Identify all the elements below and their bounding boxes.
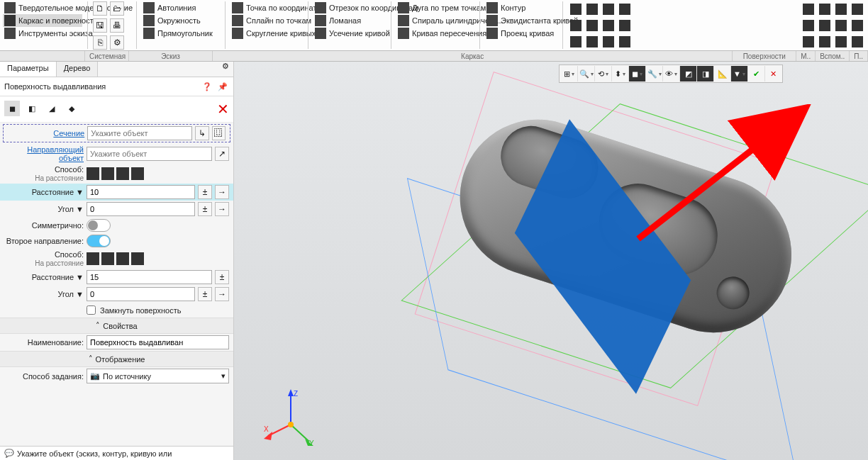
method2-2[interactable] [101,252,114,265]
section-sketch-icon[interactable]: ⿶ [212,126,226,140]
surface-tool-11[interactable] [601,34,616,50]
nav-wireframe-surfaces[interactable]: Каркас и поверхности [3,14,82,27]
open-file-icon[interactable]: 🗁 [110,1,124,16]
footer-sketch[interactable]: Эскиз [129,51,213,61]
method2-4[interactable] [131,252,144,265]
method-3[interactable] [116,167,129,180]
aux-tool-2[interactable] [817,1,833,17]
close-surface-checkbox[interactable] [87,305,96,315]
close-feature-icon[interactable]: ✕ [217,101,229,118]
footer-m[interactable]: М.. [796,51,816,61]
view-eye-icon[interactable]: 👁 [662,66,679,82]
footer-aux[interactable]: Вспом.. [816,51,850,61]
guide-pick-icon[interactable]: ↗ [215,147,229,161]
symmetric-toggle[interactable] [87,219,111,232]
guide-input[interactable] [87,147,212,161]
tool-offset-curve[interactable]: Эквидистанта кривой [485,14,557,27]
view-section-icon[interactable]: ◨ [696,66,713,82]
distance-input[interactable] [87,185,195,199]
tool-segment-coord[interactable]: Отрезок по координатам [313,1,386,14]
tool-intersection-curve[interactable]: Кривая пересечения [396,27,474,40]
display-mode-select[interactable]: 📷 По источнику ▾ [87,369,229,383]
angle-input[interactable] [87,202,195,216]
view-zoom-icon[interactable]: 🔍 [577,66,594,82]
footer-p[interactable]: П.. [850,51,868,61]
guide-link[interactable]: Направляющий объект [27,145,84,162]
footer-system[interactable]: Системная [85,51,129,61]
result-mode-3[interactable]: ◢ [44,101,60,116]
section-select-icon[interactable]: ↳ [195,126,208,140]
surface-tool-6[interactable] [584,18,600,33]
method2-3[interactable] [116,252,129,265]
view-persp-icon[interactable]: ◩ [679,66,696,82]
tool-project-curve[interactable]: Проекц кривая [485,27,557,40]
view-measure-icon[interactable]: 📐 [713,66,730,82]
tool-contour[interactable]: Контур [485,1,557,14]
aux-tool-4[interactable] [850,1,865,17]
tool-polyline[interactable]: Ломаная [313,14,386,27]
surface-tool-7[interactable] [601,18,616,33]
tool-spline-points[interactable]: Сплайн по точкам [230,14,303,27]
result-mode-1[interactable]: ◼ [4,101,20,116]
section-link[interactable]: Сечение [53,129,84,138]
surface-tool-9[interactable] [568,34,584,50]
method-1[interactable] [87,167,99,180]
tool-point-coords[interactable]: Точка по координатам [230,1,303,14]
section-display[interactable]: ˄Отображение [0,351,233,367]
view-filter-icon[interactable]: ▼ [730,66,747,82]
tool-fillet-curves[interactable]: Скругление кривых [230,27,303,40]
tab-parameters[interactable]: Параметры [0,62,57,77]
pin-icon[interactable]: 📌 [216,80,229,93]
surface-tool-5[interactable] [568,18,584,33]
section-input[interactable] [87,126,192,140]
save-file-icon[interactable]: 🖫 [93,18,107,33]
second-direction-toggle[interactable] [87,235,111,247]
view-cancel-icon[interactable]: ✕ [764,66,781,82]
aux-tool-1[interactable] [801,1,816,17]
aux-tool-7[interactable] [833,18,849,33]
distance2-input[interactable] [87,270,212,284]
view-wrench-icon[interactable]: 🔧 [645,66,662,82]
angle-stepper[interactable]: ± [198,202,212,216]
distance-stepper[interactable]: ± [198,185,212,199]
panel-settings-icon[interactable]: ⚙ [218,62,233,77]
help-icon[interactable]: ❓ [201,80,213,93]
surface-tool-8[interactable] [617,18,633,33]
surface-tool-3[interactable] [601,1,616,17]
print-icon[interactable]: 🖶 [110,18,124,33]
aux-tool-3[interactable] [833,1,849,17]
angle2-stepper[interactable]: ± [198,287,212,301]
distance-flip-icon[interactable]: → [215,185,229,199]
surface-tool-10[interactable] [584,34,600,50]
section-properties[interactable]: ˄Свойства [0,318,233,334]
surface-tool-1[interactable] [568,1,584,17]
viewport-3d[interactable]: ⊞ 🔍 ⟲ ⬍ ◼ 🔧 👁 ◩ ◨ 📐 ▼ ✔ ✕ Z X Y [234,62,868,460]
angle-flip-icon[interactable]: → [215,202,229,216]
tool-circle[interactable]: Окружность [142,14,220,27]
aux-tool-6[interactable] [817,18,833,33]
tab-tree[interactable]: Дерево [57,62,99,77]
method2-1[interactable] [87,252,99,265]
tool-arc-3pt[interactable]: Дуга по трем точкам [396,1,474,14]
footer-surfaces[interactable]: Поверхности [733,51,796,61]
result-mode-4[interactable]: ◆ [64,101,79,116]
method-2[interactable] [101,167,114,180]
aux-tool-8[interactable] [850,18,865,33]
method-4[interactable] [131,167,144,180]
surface-tool-12[interactable] [617,34,633,50]
name-input[interactable] [87,335,229,349]
aux-tool-5[interactable] [801,18,816,33]
aux-tool-9[interactable] [801,34,816,50]
nav-sketch-tools[interactable]: Инструменты эскиза [3,27,82,40]
surface-tool-2[interactable] [584,1,600,17]
view-rotate-icon[interactable]: ⟲ [594,66,611,82]
aux-tool-10[interactable] [817,34,833,50]
view-orient-icon[interactable]: ⬍ [611,66,628,82]
view-apply-icon[interactable]: ✔ [747,66,764,82]
distance2-stepper[interactable]: ± [215,270,229,284]
nav-solid-modeling[interactable]: Твердотельное моделирование [3,1,82,14]
surface-tool-4[interactable] [617,1,633,17]
properties-icon[interactable]: ⚙ [110,35,124,50]
axis-gizmo[interactable]: Z X Y [262,389,319,446]
tool-rectangle[interactable]: Прямоугольник [142,27,220,40]
